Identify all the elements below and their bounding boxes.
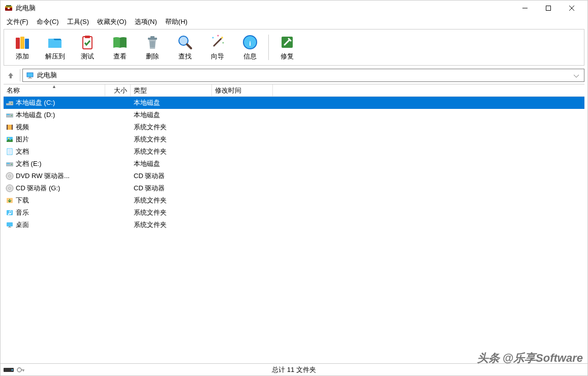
- item-type: 系统文件夹: [131, 196, 212, 205]
- picture-icon: [6, 135, 14, 143]
- chevron-down-icon: [574, 75, 579, 78]
- books-stack-icon: [14, 34, 31, 51]
- repair-icon: [278, 34, 296, 51]
- find-button[interactable]: 查找: [169, 31, 201, 64]
- file-list[interactable]: 本地磁盘 (C:)本地磁盘本地磁盘 (D:)本地磁盘视频系统文件夹图片系统文件夹…: [4, 97, 584, 363]
- up-button[interactable]: [4, 68, 18, 82]
- view-button[interactable]: 查看: [104, 31, 136, 64]
- column-size[interactable]: 大小: [105, 84, 131, 96]
- video-icon: [6, 123, 14, 131]
- svg-rect-9: [20, 37, 24, 49]
- menu-options[interactable]: 选项(N): [131, 16, 161, 27]
- menu-help[interactable]: 帮助(H): [161, 16, 192, 27]
- svg-text:i: i: [249, 40, 251, 47]
- item-type: CD 驱动器: [131, 184, 212, 193]
- svg-rect-60: [9, 226, 10, 227]
- item-type: CD 驱动器: [131, 171, 212, 181]
- column-name[interactable]: 名称 ▲: [4, 84, 105, 96]
- document-icon: [6, 148, 14, 156]
- menu-tools[interactable]: 工具(S): [63, 16, 93, 27]
- info-button[interactable]: i 信息: [234, 31, 266, 64]
- column-type[interactable]: 类型: [131, 84, 212, 96]
- addressbar: 此电脑: [4, 68, 584, 83]
- file-view: 名称 ▲ 大小 类型 修改时间 本地磁盘 (C:)本地磁盘本地磁盘 (D:)本地…: [4, 84, 584, 363]
- disc-icon: [6, 184, 14, 192]
- svg-point-21: [221, 37, 223, 39]
- svg-point-22: [212, 37, 214, 39]
- test-button[interactable]: 测试: [71, 31, 104, 64]
- address-field[interactable]: 此电脑: [22, 69, 584, 82]
- svg-rect-40: [12, 125, 13, 130]
- svg-point-51: [9, 175, 11, 177]
- book-open-icon: [111, 34, 129, 51]
- minimize-button[interactable]: [513, 1, 537, 16]
- list-item[interactable]: 桌面系统文件夹: [4, 219, 584, 231]
- list-item[interactable]: 视频系统文件夹: [4, 121, 584, 133]
- list-item[interactable]: 图片系统文件夹: [4, 133, 584, 146]
- window-title: 此电脑: [16, 4, 513, 13]
- svg-rect-2: [6, 5, 11, 7]
- menu-file[interactable]: 文件(F): [3, 16, 33, 27]
- repair-label: 修复: [281, 52, 294, 61]
- item-name: DVD RW 驱动器...: [16, 171, 70, 181]
- list-item[interactable]: 音乐系统文件夹: [4, 207, 584, 219]
- sort-ascending-icon: ▲: [52, 84, 56, 89]
- menu-command[interactable]: 命令(C): [33, 16, 63, 27]
- list-item[interactable]: DVD RW 驱动器...CD 驱动器: [4, 170, 584, 182]
- drive-icon: [6, 111, 14, 119]
- item-name: CD 驱动器 (G:): [16, 184, 60, 193]
- wizard-button[interactable]: 向导: [201, 31, 234, 64]
- column-date[interactable]: 修改时间: [212, 84, 273, 96]
- wizard-label: 向导: [211, 52, 224, 61]
- item-name: 本地磁盘 (C:): [16, 98, 55, 107]
- music-icon: [6, 209, 14, 217]
- list-item[interactable]: 本地磁盘 (D:)本地磁盘: [4, 109, 584, 121]
- address-dropdown[interactable]: [572, 72, 581, 79]
- list-item[interactable]: 文档 (E:)本地磁盘: [4, 158, 584, 170]
- item-type: 系统文件夹: [131, 220, 212, 229]
- info-label: 信息: [243, 52, 257, 61]
- item-name: 文档 (E:): [16, 159, 42, 168]
- svg-rect-28: [27, 73, 33, 77]
- item-type: 系统文件夹: [131, 135, 212, 144]
- add-button[interactable]: 添加: [6, 31, 39, 64]
- menu-favorites[interactable]: 收藏夹(O): [93, 16, 131, 27]
- desktop-icon: [6, 221, 14, 229]
- titlebar: 此电脑: [1, 1, 587, 16]
- close-icon: [569, 6, 574, 11]
- svg-point-24: [223, 42, 224, 44]
- maximize-button[interactable]: [537, 1, 560, 16]
- delete-button[interactable]: 删除: [136, 31, 169, 64]
- svg-line-19: [187, 44, 191, 48]
- svg-point-53: [9, 187, 11, 189]
- maximize-icon: [546, 6, 551, 11]
- view-label: 查看: [113, 52, 127, 61]
- up-arrow-icon: [7, 72, 14, 79]
- list-item[interactable]: 本地磁盘 (C:)本地磁盘: [4, 97, 584, 109]
- svg-point-63: [17, 368, 21, 372]
- statusbar-left: [4, 367, 25, 373]
- svg-rect-48: [7, 163, 10, 164]
- disc-icon: [6, 172, 14, 180]
- list-item[interactable]: 文档系统文件夹: [4, 146, 584, 158]
- svg-point-57: [10, 213, 11, 215]
- clipboard-check-icon: [79, 34, 96, 51]
- item-type: 系统文件夹: [131, 147, 212, 156]
- key-indicator-icon: [17, 367, 25, 373]
- item-name: 下载: [16, 196, 29, 205]
- svg-point-23: [218, 35, 219, 37]
- address-text: 此电脑: [37, 71, 57, 80]
- close-button[interactable]: [560, 1, 583, 16]
- folder-open-icon: [46, 34, 64, 51]
- list-item[interactable]: CD 驱动器 (G:)CD 驱动器: [4, 182, 584, 194]
- extract-button[interactable]: 解压到: [39, 31, 71, 64]
- item-type: 系统文件夹: [131, 208, 212, 217]
- list-item[interactable]: 下载系统文件夹: [4, 194, 584, 207]
- svg-point-62: [12, 369, 13, 370]
- svg-rect-8: [16, 38, 20, 49]
- drive-indicator-icon: [4, 367, 15, 373]
- svg-rect-36: [7, 114, 10, 115]
- svg-point-37: [11, 115, 12, 116]
- item-name: 图片: [16, 135, 29, 144]
- repair-button[interactable]: 修复: [271, 31, 303, 64]
